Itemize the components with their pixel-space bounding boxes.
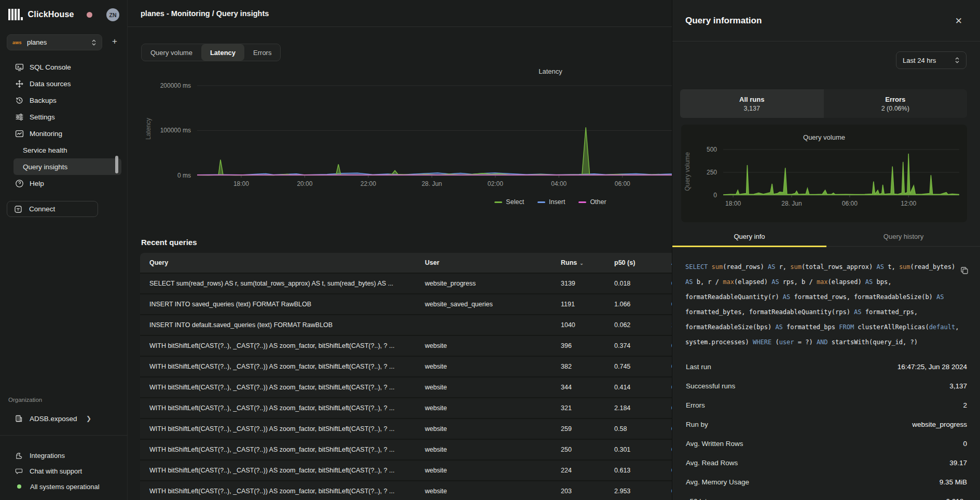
- column-header-avg-: Avg.: [662, 259, 672, 266]
- footer-item-integrations[interactable]: Integrations: [0, 448, 128, 463]
- time-range-select[interactable]: Last 24 hrs: [896, 51, 967, 69]
- stat-value: 2: [963, 401, 967, 409]
- svg-text:100000 ms: 100000 ms: [160, 127, 191, 134]
- avatar[interactable]: ZN: [106, 8, 119, 21]
- column-header-runs[interactable]: Runs⌄: [551, 259, 605, 266]
- cell-user: website_progress: [416, 280, 551, 287]
- svg-text:02:00: 02:00: [488, 180, 503, 187]
- runs-errors-tabs: All runs3,137Errors2 (0.06%): [680, 89, 967, 118]
- stat-row-avg-written-rows: Avg. Written Rows0: [686, 434, 967, 453]
- sidebar-scrollbar[interactable]: [115, 156, 118, 173]
- cell-runs: 203: [551, 488, 605, 495]
- table-row[interactable]: INSERT INTO default.saved_queries (text)…: [140, 314, 672, 335]
- close-icon[interactable]: ✕: [955, 17, 962, 25]
- tab-query-info[interactable]: Query info: [672, 226, 826, 246]
- organization-switcher[interactable]: ADSB.exposed ❯: [0, 411, 128, 426]
- copy-icon[interactable]: [960, 266, 969, 275]
- organization-name: ADSB.exposed: [30, 415, 77, 423]
- column-header-p50-s-: p50 (s): [605, 259, 662, 266]
- table-row[interactable]: WITH bitShiftLeft(CAST(?..), _CAST(?..))…: [140, 335, 672, 356]
- table-row[interactable]: WITH bitShiftLeft(CAST(?..), _CAST(?..))…: [140, 418, 672, 439]
- tab-errors[interactable]: Errors: [244, 44, 280, 61]
- column-header-query: Query: [140, 259, 416, 266]
- sidebar-item-label: Monitoring: [30, 130, 62, 138]
- sidebar-subitem-query-insights[interactable]: Query insights: [13, 158, 121, 175]
- legend-item-other[interactable]: Other: [578, 198, 606, 206]
- svg-text:0 ms: 0 ms: [177, 172, 191, 179]
- stat-value: website_progress: [912, 421, 967, 428]
- sidebar-item-backups[interactable]: Backups: [0, 92, 128, 109]
- svg-text:200000 ms: 200000 ms: [160, 82, 191, 89]
- sidebar-item-settings[interactable]: Settings: [0, 109, 128, 125]
- svg-text:Latency: Latency: [145, 118, 152, 140]
- legend-item-select[interactable]: Select: [494, 198, 524, 206]
- footer-item-label: Chat with support: [30, 467, 82, 475]
- chevron-updown-icon: [91, 39, 96, 46]
- chevron-updown-icon: [955, 57, 960, 64]
- cell-avg: 0: [662, 467, 672, 474]
- stat-value: 3,137: [949, 382, 967, 390]
- cell-p50: 0.613: [605, 467, 662, 474]
- table-row[interactable]: WITH bitShiftLeft(CAST(?..), _CAST(?..))…: [140, 439, 672, 460]
- table-row[interactable]: WITH bitShiftLeft(CAST(?..), _CAST(?..))…: [140, 480, 672, 500]
- sidebar-item-help[interactable]: Help: [0, 175, 128, 192]
- cell-query: WITH bitShiftLeft(CAST(?..), _CAST(?..))…: [140, 404, 416, 412]
- sidebar-divider: [0, 435, 128, 436]
- chat-icon: [15, 467, 23, 475]
- footer-item-chat-with-support[interactable]: Chat with support: [0, 463, 128, 479]
- cell-avg: 0: [662, 301, 672, 308]
- connect-label: Connect: [29, 205, 55, 213]
- footer-item-label: Integrations: [30, 452, 65, 460]
- sidebar-subitem-service-health[interactable]: Service health: [0, 142, 128, 158]
- summary-tab-all-runs[interactable]: All runs3,137: [680, 89, 824, 118]
- stat-label: Run by: [686, 421, 708, 428]
- add-service-button[interactable]: +: [109, 36, 120, 47]
- cell-avg: 0: [662, 342, 672, 349]
- table-row[interactable]: WITH bitShiftLeft(CAST(?..), _CAST(?..))…: [140, 376, 672, 397]
- cell-user: website: [416, 446, 551, 453]
- table-row[interactable]: WITH bitShiftLeft(CAST(?..), _CAST(?..))…: [140, 356, 672, 376]
- clickhouse-logo[interactable]: ClickHouse: [8, 6, 74, 23]
- cell-p50: 0.374: [605, 342, 662, 349]
- summary-tab-label: All runs: [739, 96, 764, 103]
- legend-item-insert[interactable]: Insert: [537, 198, 565, 206]
- cell-p50: 0.414: [605, 384, 662, 391]
- table-row[interactable]: SELECT sum(read_rows) AS r, sum(total_ro…: [140, 273, 672, 293]
- cell-runs: 321: [551, 404, 605, 412]
- summary-tab-errors[interactable]: Errors2 (0.06%): [824, 89, 968, 118]
- notification-dot-icon[interactable]: [87, 12, 92, 18]
- sidebar-item-data-sources[interactable]: Data sources: [0, 75, 128, 92]
- table-row[interactable]: WITH bitShiftLeft(CAST(?..), _CAST(?..))…: [140, 460, 672, 480]
- footer-item-all-systems-operational[interactable]: All systems operational: [0, 479, 128, 494]
- svg-text:28. Jun: 28. Jun: [422, 180, 442, 187]
- sql-line: SELECT sum(read_rows) AS r, sum(total_ro…: [685, 260, 968, 275]
- table-row[interactable]: WITH bitShiftLeft(CAST(?..), _CAST(?..))…: [140, 397, 672, 418]
- service-selector[interactable]: aws planes: [7, 34, 102, 50]
- status-dot-icon: [17, 484, 21, 489]
- cell-query: WITH bitShiftLeft(CAST(?..), _CAST(?..))…: [140, 425, 416, 433]
- cell-p50: 2.953: [605, 488, 662, 495]
- cell-user: website: [416, 342, 551, 349]
- sidebar-item-monitoring[interactable]: Monitoring: [0, 125, 128, 142]
- cell-user: website: [416, 425, 551, 433]
- tab-query-history[interactable]: Query history: [826, 226, 980, 246]
- table-row[interactable]: INSERT INTO saved_queries (text) FORMAT …: [140, 293, 672, 314]
- tab-latency[interactable]: Latency: [201, 44, 244, 61]
- cell-runs: 259: [551, 425, 605, 433]
- stat-label: p50 latency: [686, 497, 722, 500]
- latency-chart: LatencyLatency0 ms100000 ms200000 ms18:0…: [140, 66, 672, 196]
- brand-name: ClickHouse: [28, 10, 74, 19]
- svg-text:06:00: 06:00: [615, 180, 630, 187]
- stat-row-errors: Errors2: [686, 396, 967, 415]
- svg-text:28. Jun: 28. Jun: [781, 200, 802, 207]
- svg-text:Query volume: Query volume: [684, 152, 691, 191]
- tab-query-volume[interactable]: Query volume: [142, 44, 201, 61]
- query-information-panel: Query information ✕ Last 24 hrs All runs…: [672, 0, 980, 500]
- cell-user: website_saved_queries: [416, 301, 551, 308]
- connect-button[interactable]: Connect: [7, 201, 98, 217]
- cell-query: WITH bitShiftLeft(CAST(?..), _CAST(?..))…: [140, 446, 416, 453]
- service-name: planes: [27, 38, 91, 46]
- svg-text:18:00: 18:00: [233, 180, 249, 187]
- legend-label: Other: [590, 198, 606, 206]
- sidebar-item-sql-console[interactable]: SQL Console: [0, 59, 128, 75]
